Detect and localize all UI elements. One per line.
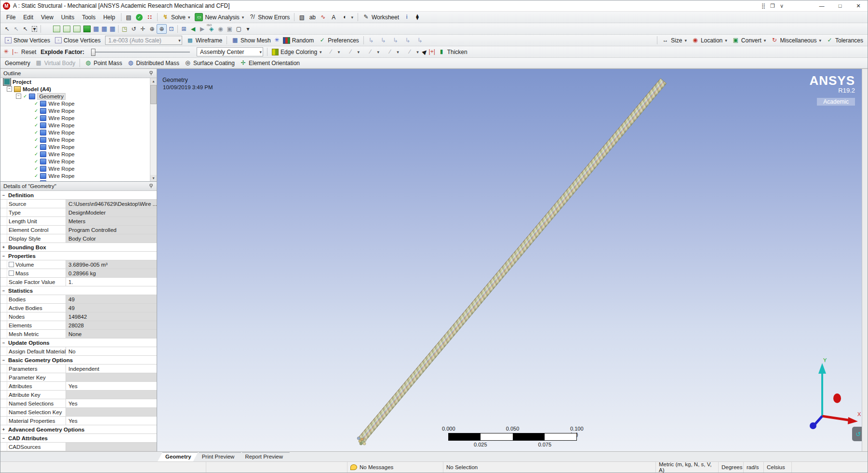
preferences-button[interactable]: ✓ Preferences <box>316 36 361 44</box>
section-expander[interactable] <box>0 269 7 277</box>
right-dock-strip[interactable] <box>862 69 868 451</box>
explode-icon[interactable]: ✳ <box>2 48 10 55</box>
thicken-button[interactable]: ▮ Thicken <box>436 48 470 56</box>
tree-node-wire-rope[interactable]: ✓ Wire Rope <box>0 143 157 150</box>
details-value-cell[interactable]: DesignModeler <box>66 208 157 216</box>
view-tab[interactable]: Report Preview <box>237 452 290 461</box>
point-mass-button[interactable]: ◍ Point Mass <box>82 59 124 67</box>
details-value-cell[interactable]: 149842 <box>66 312 157 321</box>
section-expander[interactable]: − <box>0 286 7 295</box>
view-tab[interactable]: Print Preview <box>194 452 241 461</box>
vertex-scale-select[interactable]: 1.e-003 (Auto Scale) ▾ <box>105 36 182 45</box>
details-value-cell[interactable]: Meters <box>66 217 157 225</box>
look-at-icon[interactable]: ◉ <box>216 25 225 33</box>
toolbar-icon[interactable] <box>177 25 178 33</box>
section-expander[interactable] <box>0 278 7 286</box>
section-expander[interactable]: + <box>0 425 7 433</box>
section-expander[interactable]: − <box>0 434 7 442</box>
close-vertices-button[interactable]: ▫ Close Vertices <box>53 37 103 44</box>
remote-solve-icon[interactable]: ∷ <box>145 13 155 22</box>
show-errors-button[interactable]: ?/ Show Errors <box>246 13 292 21</box>
section-expander[interactable] <box>0 260 7 269</box>
window-dropdown-icon[interactable]: ▾ <box>243 25 253 33</box>
menu-item[interactable]: Edit <box>19 13 37 22</box>
tolerances-button[interactable]: ✓ Tolerances <box>824 36 866 44</box>
edge-coloring-button[interactable]: Edge Coloring ▾ <box>269 48 324 56</box>
location-button[interactable]: ◉ Location ▾ <box>689 36 730 44</box>
close-button[interactable]: ✕ <box>849 0 868 11</box>
titlebar-chevron-icon[interactable]: ∨ <box>780 3 784 9</box>
details-value-cell[interactable] <box>66 391 157 399</box>
viewports-icon[interactable]: ▣ <box>225 25 234 33</box>
new-analysis-button[interactable]: ▭ New Analysis ▾ <box>192 13 246 22</box>
rotate-view-icon[interactable]: ↺ <box>129 25 138 33</box>
geometry-context-button[interactable]: Geometry <box>2 59 33 67</box>
wireframe-button[interactable]: ▩ Wireframe <box>184 36 225 44</box>
view-tab[interactable]: Geometry <box>158 452 198 461</box>
section-expander[interactable] <box>0 365 7 373</box>
tree-node-project[interactable]: Project <box>0 78 157 85</box>
section-expander[interactable]: − <box>0 191 7 199</box>
tree-node-wire-rope[interactable]: ✓ Wire Rope <box>0 100 157 107</box>
pin-icon[interactable] <box>149 71 154 76</box>
face-select-icon[interactable] <box>73 26 80 32</box>
box-zoom-icon[interactable]: ⊕ <box>157 24 167 34</box>
body-select-icon[interactable] <box>83 26 91 32</box>
box-select-icon[interactable]: ▾ <box>30 25 39 33</box>
status-messages[interactable]: No Messages <box>347 462 443 473</box>
new-chart-icon[interactable]: ∿ <box>318 13 328 22</box>
edge-option-3-icon[interactable]: ∕ ▾ <box>363 48 382 56</box>
tree-node-wire-rope[interactable]: ✓ Wire Rope <box>0 114 157 122</box>
surface-coating-button[interactable]: ◎ Surface Coating <box>182 59 237 67</box>
menu-item[interactable]: Help <box>99 13 119 22</box>
details-value-cell[interactable] <box>66 408 157 416</box>
worksheet-button[interactable]: ✎ Worksheet <box>360 13 401 21</box>
console-icon[interactable]: ▤ <box>123 13 134 22</box>
select-coords-icon[interactable]: ↖ <box>21 25 30 33</box>
miscellaneous-button[interactable]: ↻ Miscellaneous ▾ <box>768 36 824 44</box>
next-view-icon[interactable]: ▶ <box>198 25 207 33</box>
toolbar-icon[interactable] <box>118 25 119 33</box>
solve-status-icon[interactable]: ✓ <box>136 14 143 21</box>
menu-item[interactable]: Units <box>57 13 78 22</box>
section-expander[interactable] <box>0 208 7 216</box>
edge-option-5-icon[interactable]: ∕ ▾ <box>403 48 421 56</box>
triad[interactable]: Y X <box>798 357 861 430</box>
mesh-node-select-icon[interactable]: ▦ <box>93 26 100 32</box>
section-expander[interactable] <box>0 347 7 355</box>
show-mesh-button[interactable]: ▦ Show Mesh <box>229 36 273 44</box>
section-expander[interactable] <box>0 321 7 329</box>
details-value-cell[interactable]: No <box>66 347 157 355</box>
minimize-button[interactable]: — <box>813 0 831 11</box>
details-value-cell[interactable]: 28028 <box>66 321 157 329</box>
scroll-up-icon[interactable]: ▲ <box>150 78 157 84</box>
annotation-arrow-1-icon[interactable]: ↳ <box>366 37 376 44</box>
edge-option-4-icon[interactable]: ∕ ▾ <box>383 48 401 56</box>
slider-thumb[interactable] <box>91 49 95 56</box>
details-value-cell[interactable]: Program Controlled <box>66 226 157 234</box>
vertex-select-icon[interactable] <box>42 25 52 33</box>
section-expander[interactable]: − <box>0 338 7 347</box>
collapse-icon[interactable]: − <box>7 86 12 92</box>
tree-node-wire-rope[interactable]: ✓ Wire Rope <box>0 165 157 172</box>
mesh-element-select-icon[interactable]: ▦ <box>109 26 116 32</box>
maximize-button[interactable]: □ <box>831 0 849 11</box>
parameter-checkbox[interactable] <box>9 270 14 276</box>
viewport-corner-button[interactable]: ↺ <box>852 427 862 441</box>
details-value-cell[interactable]: Body Color <box>66 234 157 243</box>
edge-option-1-icon[interactable]: ∕ ▾ <box>324 48 343 56</box>
section-expander[interactable] <box>0 373 7 381</box>
section-expander[interactable] <box>0 382 7 390</box>
details-value-cell[interactable]: None <box>66 330 157 338</box>
details-value-cell[interactable]: 49 <box>66 304 157 312</box>
tree-node-wire-rope[interactable]: ✓ Wire Rope <box>0 172 157 179</box>
menu-item[interactable]: View <box>37 13 57 22</box>
details-value-cell[interactable] <box>66 373 157 381</box>
assembly-center-select[interactable]: Assembly Center ▾ <box>197 47 263 56</box>
mesh-star-icon[interactable]: ✳ <box>273 37 280 44</box>
details-value-cell[interactable]: Yes <box>66 399 157 407</box>
selection-information-icon[interactable]: i <box>401 13 412 22</box>
image-button[interactable]: ◐ ▾ <box>339 13 356 21</box>
toolbar-icon[interactable] <box>40 25 41 33</box>
graphics-viewport[interactable]: Geometry 10/09/2019 3:49 PM ANSYS R19.2 … <box>157 69 862 451</box>
